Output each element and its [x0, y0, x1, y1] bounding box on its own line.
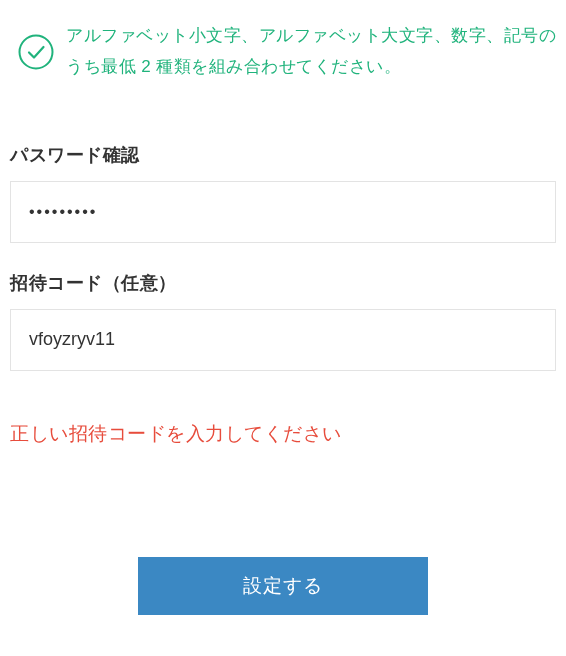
error-message: 正しい招待コードを入力してください	[10, 421, 556, 447]
password-confirm-input[interactable]	[10, 181, 556, 243]
validation-message: アルファベット小文字、アルファベット大文字、数字、記号のうち最低 2 種類を組み…	[66, 20, 556, 83]
password-validation-hint: アルファベット小文字、アルファベット大文字、数字、記号のうち最低 2 種類を組み…	[10, 10, 556, 93]
invite-code-label: 招待コード（任意）	[10, 271, 556, 295]
password-confirm-group: パスワード確認	[10, 143, 556, 243]
check-circle-icon	[18, 34, 54, 70]
invite-code-group: 招待コード（任意）	[10, 271, 556, 371]
submit-row: 設定する	[10, 557, 556, 615]
svg-point-0	[20, 36, 53, 69]
invite-code-input[interactable]	[10, 309, 556, 371]
submit-button[interactable]: 設定する	[138, 557, 428, 615]
password-confirm-label: パスワード確認	[10, 143, 556, 167]
